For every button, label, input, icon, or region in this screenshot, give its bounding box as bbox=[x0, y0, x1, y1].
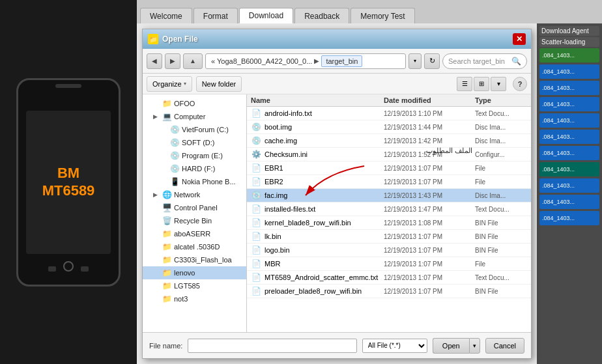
tree-item-aboaserr[interactable]: 📁 aboASERR bbox=[143, 227, 246, 240]
sidebar-item-0[interactable]: .084_1403... bbox=[539, 48, 599, 63]
file-row-ebr1[interactable]: 📄 EBR1 12/19/2013 1:07 PM File bbox=[247, 161, 531, 175]
file-row-fac[interactable]: 💿 fac.img 12/19/2013 1:43 PM Disc Ima... bbox=[247, 189, 531, 203]
file-icon: 📄 bbox=[251, 176, 261, 187]
drive-icon: 💿 bbox=[169, 137, 180, 148]
filename-input[interactable] bbox=[188, 339, 356, 353]
tree-item-c3303i[interactable]: 📁 C3303i_Flash_loa bbox=[143, 253, 246, 266]
path-dropdown-button[interactable]: ▾ bbox=[408, 53, 422, 69]
sidebar-item-6[interactable]: .084_1403... bbox=[539, 146, 599, 160]
file-row-lk[interactable]: 📄 lk.bin 12/19/2013 1:07 PM BIN File bbox=[247, 230, 531, 244]
folder-icon: 📁 bbox=[162, 268, 172, 278]
main-area: 📁 Open File ✕ ◀ ▶ ▲ « Yoga8_B6000_A422_0… bbox=[137, 23, 537, 364]
up-button[interactable]: ▲ bbox=[183, 53, 203, 69]
dialog-icon: 📁 bbox=[148, 34, 158, 44]
forward-button[interactable]: ▶ bbox=[165, 53, 180, 69]
right-sidebar: Download Agent Scatter-loading .084_1403… bbox=[537, 23, 602, 364]
col-date-header[interactable]: Date modified bbox=[384, 96, 475, 104]
dialog-title: Open File bbox=[162, 35, 513, 44]
toolbar: Organize ▾ New folder ☰ ⊞ ▾ ? bbox=[143, 74, 531, 94]
current-folder[interactable]: target_bin bbox=[321, 55, 362, 67]
tree-item-lgt585[interactable]: 📁 LGT585 bbox=[143, 279, 246, 292]
file-icon: 📄 bbox=[251, 108, 261, 119]
config-icon: ⚙️ bbox=[251, 149, 261, 160]
new-folder-button[interactable]: New folder bbox=[196, 76, 242, 92]
disc-icon: 💿 bbox=[251, 190, 261, 201]
file-row-checksum[interactable]: ⚙️ Checksum.ini 12/19/2013 1:52 PM Confi… bbox=[247, 148, 531, 161]
organize-dropdown-arrow: ▾ bbox=[184, 81, 186, 87]
tree-item-program[interactable]: 💿 Program (E:) bbox=[143, 149, 246, 162]
refresh-button[interactable]: ↻ bbox=[424, 53, 440, 69]
sidebar-item-5[interactable]: .084_1403... bbox=[539, 130, 599, 144]
tree-item-not3[interactable]: 📁 not3 bbox=[143, 292, 246, 305]
file-row-ebr2[interactable]: 📄 EBR2 12/19/2013 1:07 PM File bbox=[247, 175, 531, 189]
address-path: « Yoga8_B6000_A422_000_0... ▶ target_bin bbox=[205, 53, 406, 69]
cancel-button[interactable]: Cancel bbox=[485, 338, 524, 354]
open-button[interactable]: Open bbox=[433, 338, 469, 354]
file-row-kernel[interactable]: 📄 kernel_blade8_row_wifi.bin 12/19/2013 … bbox=[247, 216, 531, 230]
folder-icon: 📁 bbox=[162, 98, 172, 109]
tab-readback[interactable]: Readback bbox=[294, 8, 349, 23]
file-icon: 📄 bbox=[251, 272, 261, 283]
dialog-close-button[interactable]: ✕ bbox=[513, 33, 526, 45]
tree-item-lenovo[interactable]: 📁 lenovo bbox=[143, 266, 246, 279]
folder-icon: 📁 bbox=[162, 281, 172, 291]
tree-item-nokia[interactable]: 📱 Nokia Phone B... bbox=[143, 175, 246, 188]
col-type-header[interactable]: Type bbox=[475, 96, 527, 104]
help-button[interactable]: ? bbox=[513, 77, 527, 91]
tree-item-network[interactable]: ▶ 🌐 Network bbox=[143, 188, 246, 201]
tab-download[interactable]: Download bbox=[239, 8, 293, 23]
search-icon[interactable]: 🔍 bbox=[511, 57, 521, 66]
tree-item-recycle-bin[interactable]: 🗑️ Recycle Bin bbox=[143, 214, 246, 227]
tab-bar: Welcome Format Download Readback Memory … bbox=[137, 0, 602, 23]
folder-icon: 📁 bbox=[162, 229, 172, 239]
folder-icon: 📁 bbox=[162, 255, 172, 265]
tab-memory-test[interactable]: Memory Test bbox=[351, 8, 414, 23]
annotation-text: الملف المطلوب bbox=[426, 147, 472, 155]
file-row-boot[interactable]: 💿 boot.img 12/19/2013 1:44 PM Disc Ima..… bbox=[247, 120, 531, 134]
sidebar-item-3[interactable]: .084_1403... bbox=[539, 97, 599, 111]
file-icon: 📄 bbox=[251, 245, 261, 255]
filename-label: File name: bbox=[149, 342, 182, 350]
sidebar-item-1[interactable]: .084_1403... bbox=[539, 64, 599, 79]
view-dropdown-button[interactable]: ▾ bbox=[491, 77, 506, 91]
sidebar-item-2[interactable]: .084_1403... bbox=[539, 81, 599, 95]
file-row-preloader[interactable]: 📄 preloader_blade8_row_wifi.bin 12/19/20… bbox=[247, 285, 531, 298]
file-row-installed-files[interactable]: 📄 installed-files.txt 12/19/2013 1:47 PM… bbox=[247, 203, 531, 216]
sidebar-item-8[interactable]: .084_1403... bbox=[539, 178, 599, 193]
tab-welcome[interactable]: Welcome bbox=[140, 8, 192, 23]
file-row-cache[interactable]: 💿 cache.img 12/19/2013 1:42 PM Disc Ima.… bbox=[247, 134, 531, 148]
tree-item-vietforum[interactable]: 💿 VietForum (C:) bbox=[143, 123, 246, 136]
organize-button[interactable]: Organize ▾ bbox=[147, 76, 192, 92]
sidebar-item-9[interactable]: .084_1403... bbox=[539, 195, 599, 209]
tree-item-alcatel[interactable]: 📁 alcatel .5036D bbox=[143, 240, 246, 253]
col-name-header[interactable]: Name bbox=[251, 96, 384, 104]
sidebar-item-7[interactable]: .084_1403... bbox=[539, 162, 599, 176]
back-button[interactable]: ◀ bbox=[147, 53, 162, 69]
phone-brand-bm: BM bbox=[42, 165, 95, 182]
file-row-android-info[interactable]: 📄 android-info.txt 12/19/2013 1:10 PM Te… bbox=[247, 107, 531, 120]
tree-item-soft[interactable]: 💿 SOFT (D:) bbox=[143, 136, 246, 149]
file-list: Name Date modified Type 📄 android-info.t… bbox=[247, 94, 531, 332]
phone-model: MT6589 bbox=[42, 182, 95, 199]
tree-item-computer[interactable]: ▶ 💻 Computer bbox=[143, 110, 246, 123]
list-view-button[interactable]: ☰ bbox=[457, 77, 472, 91]
tree-item-hard[interactable]: 💿 HARD (F:) bbox=[143, 162, 246, 175]
sidebar-item-4[interactable]: .084_1403... bbox=[539, 113, 599, 128]
drive-icon: 💿 bbox=[169, 163, 180, 174]
open-file-dialog: 📁 Open File ✕ ◀ ▶ ▲ « Yoga8_B6000_A422_0… bbox=[142, 29, 532, 359]
open-dropdown-button[interactable]: ▾ bbox=[469, 338, 480, 354]
file-row-logo[interactable]: 📄 logo.bin 12/19/2013 1:07 PM BIN File bbox=[247, 244, 531, 257]
control-panel-icon: 🖥️ bbox=[162, 203, 172, 213]
grid-view-button[interactable]: ⊞ bbox=[474, 77, 489, 91]
sidebar-item-10[interactable]: .084_1403... bbox=[539, 211, 599, 225]
drive-icon: 💿 bbox=[169, 124, 180, 135]
file-row-mt6589-scatter[interactable]: 📄 MT6589_Android_scatter_emmc.txt 12/19/… bbox=[247, 271, 531, 285]
tree-item-control-panel[interactable]: 🖥️ Control Panel bbox=[143, 201, 246, 214]
file-icon: 💿 bbox=[251, 122, 261, 132]
tab-format[interactable]: Format bbox=[194, 8, 238, 23]
file-row-mbr[interactable]: 📄 MBR 12/19/2013 1:07 PM File bbox=[247, 257, 531, 271]
file-icon: 📄 bbox=[251, 217, 261, 228]
tree-item-ofoo[interactable]: 📁 OFOO bbox=[143, 97, 246, 110]
filetype-select[interactable]: All File (*.*) bbox=[362, 339, 427, 353]
search-box: Search target_bin 🔍 bbox=[442, 53, 527, 69]
